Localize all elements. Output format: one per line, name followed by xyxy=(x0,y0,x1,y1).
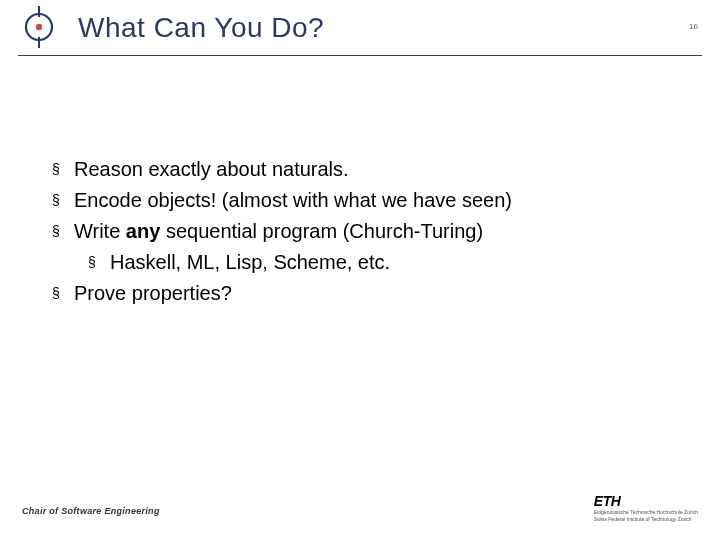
slide-title: What Can You Do? xyxy=(78,12,324,44)
bullet-marker: § xyxy=(52,217,74,246)
bullet-marker: § xyxy=(52,279,74,308)
bullet-text: Prove properties? xyxy=(74,279,680,308)
bullet-text: Write any sequential program (Church-Tur… xyxy=(74,217,680,246)
slide: What Can You Do? 16 §Reason exactly abou… xyxy=(0,0,720,540)
bullet-marker: § xyxy=(52,186,74,215)
bullet-marker: § xyxy=(52,155,74,184)
eth-subtitle-1: Eidgenössische Technische Hochschule Zür… xyxy=(594,510,698,516)
footer-chair: Chair of Software Engineering xyxy=(22,506,160,516)
logo-icon xyxy=(18,6,60,48)
list-item: §Haskell, ML, Lisp, Scheme, etc. xyxy=(88,248,680,277)
bullet-text: Haskell, ML, Lisp, Scheme, etc. xyxy=(110,248,680,277)
svg-point-1 xyxy=(36,24,42,30)
list-item: §Prove properties? xyxy=(52,279,680,308)
footer-eth: ETH Eidgenössische Technische Hochschule… xyxy=(594,493,698,522)
list-item: §Reason exactly about naturals. xyxy=(52,155,680,184)
eth-logo-text: ETH xyxy=(594,493,698,509)
list-item: §Write any sequential program (Church-Tu… xyxy=(52,217,680,246)
slide-header: What Can You Do? 16 xyxy=(18,0,702,56)
bullet-text: Reason exactly about naturals. xyxy=(74,155,680,184)
slide-content: §Reason exactly about naturals.§Encode o… xyxy=(52,155,680,310)
bullet-text: Encode objects! (almost with what we hav… xyxy=(74,186,680,215)
bullet-marker: § xyxy=(88,248,110,277)
list-item: §Encode objects! (almost with what we ha… xyxy=(52,186,680,215)
sub-list: §Haskell, ML, Lisp, Scheme, etc. xyxy=(88,248,680,277)
page-number: 16 xyxy=(689,22,698,31)
eth-subtitle-2: Swiss Federal Institute of Technology Zu… xyxy=(594,517,698,523)
